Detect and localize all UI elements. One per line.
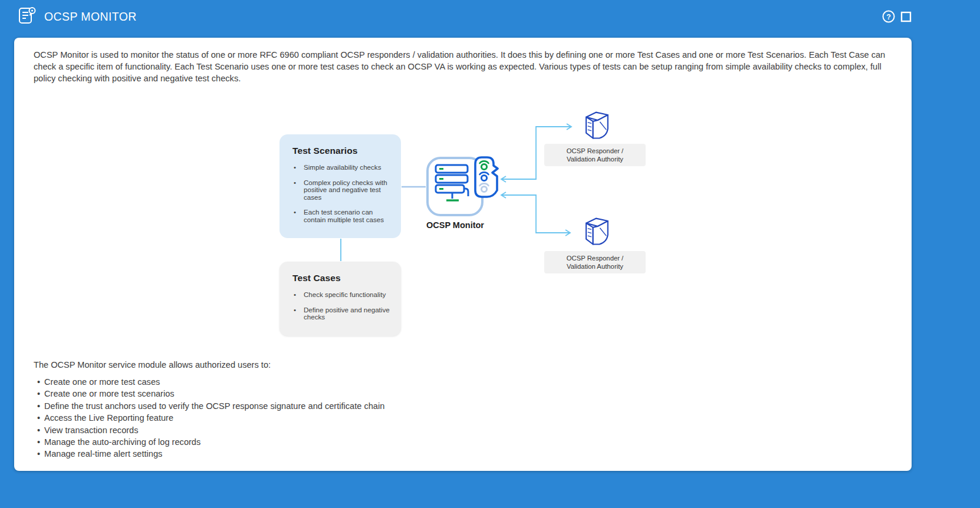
window-icon[interactable] — [900, 11, 912, 22]
server-stack-icon — [434, 164, 471, 206]
list-item: Complex policy checks with positive and … — [294, 179, 395, 202]
capabilities-section: The OCSP Monitor service module allows a… — [34, 359, 384, 460]
server-tower-icon — [581, 215, 612, 251]
capability-item: Create one or more test cases — [34, 376, 384, 388]
svg-text:?: ? — [886, 13, 891, 21]
list-item: Each test scenario can contain multiple … — [294, 209, 395, 223]
capability-item: Create one or more test scenarios — [34, 388, 384, 400]
list-item: Simple availability checks — [294, 164, 395, 171]
page-title: OCSP MONITOR — [44, 10, 137, 24]
ocsp-report-icon — [17, 5, 37, 28]
status-bubble-icon — [474, 156, 499, 201]
capabilities-list: Create one or more test cases Create one… — [34, 376, 384, 460]
capability-item: Manage real-time alert settings — [34, 448, 384, 460]
intro-paragraph: OCSP Monitor is used to monitor the stat… — [34, 50, 895, 84]
capability-item: Manage the auto-archiving of log records — [34, 436, 384, 448]
responder-label: OCSP Responder / Validation Authority — [544, 144, 646, 166]
capability-item: Define the trust anchors used to verify … — [34, 400, 384, 412]
server-tower-icon — [581, 108, 612, 145]
content-card: OCSP Monitor is used to monitor the stat… — [14, 38, 912, 471]
responder-label: OCSP Responder / Validation Authority — [544, 251, 646, 273]
list-item: Define positive and negative checks — [294, 306, 395, 321]
page-background: { "header": { "title": "OCSP MONITOR" },… — [0, 0, 980, 508]
capability-item: Access the Live Reporting feature — [34, 412, 384, 424]
capabilities-lead: The OCSP Monitor service module allows a… — [34, 359, 384, 371]
test-scenarios-list: Simple availability checks Complex polic… — [294, 164, 401, 224]
test-cases-box: Test Cases Check specific functionality … — [279, 262, 401, 336]
header-bar: OCSP MONITOR ? — [0, 0, 980, 33]
ocsp-monitor-label: OCSP Monitor — [420, 220, 491, 230]
help-icon[interactable]: ? — [882, 10, 895, 23]
list-item: Check specific functionality — [294, 291, 395, 299]
test-cases-list: Check specific functionality Define posi… — [294, 291, 401, 321]
capability-item: View transaction records — [34, 424, 384, 436]
test-scenarios-title: Test Scenarios — [292, 146, 401, 156]
test-cases-title: Test Cases — [292, 273, 401, 283]
test-scenarios-box: Test Scenarios Simple availability check… — [279, 134, 401, 238]
